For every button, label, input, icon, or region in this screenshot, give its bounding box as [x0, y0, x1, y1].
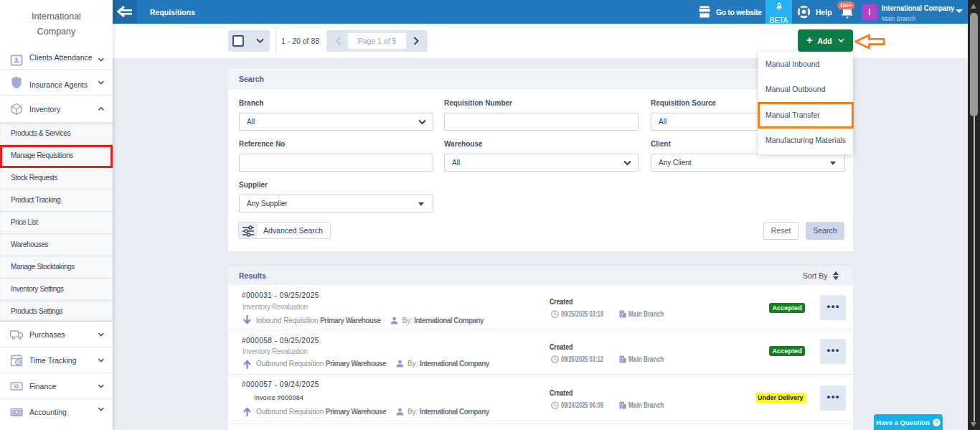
svg-text:?: ?: [935, 419, 938, 425]
